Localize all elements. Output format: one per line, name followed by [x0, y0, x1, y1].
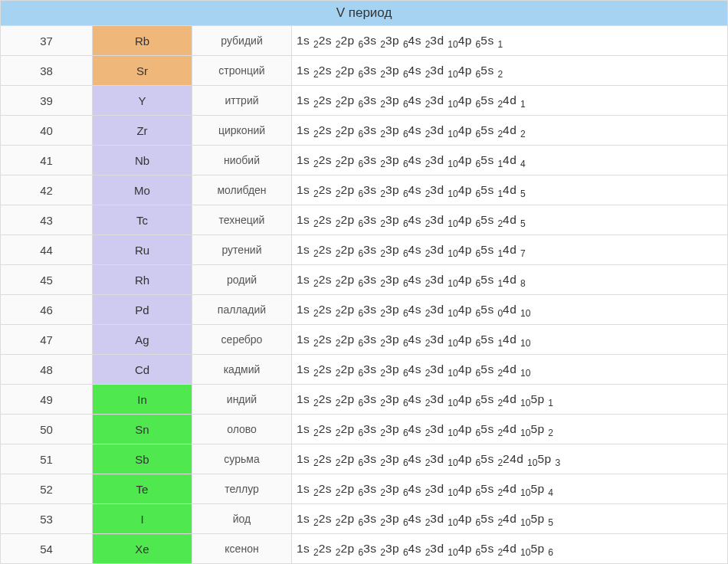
table-row: 41Nbниобий1s 22s 22p 63s 23p 64s 23d 104…: [1, 146, 728, 175]
electron-configuration: 1s 22s 22p 63s 23p 64s 23d 104p 65s 24d …: [292, 205, 728, 235]
element-name: палладий: [192, 295, 292, 325]
atomic-number: 49: [1, 385, 93, 415]
element-symbol: Cd: [93, 355, 192, 385]
element-symbol: I: [93, 504, 192, 534]
atomic-number: 51: [1, 444, 93, 474]
element-name: индий: [192, 385, 292, 415]
element-name: кадмий: [192, 355, 292, 385]
period-table-wrapper: V период 37Rbрубидий1s 22s 22p 63s 23p 6…: [0, 0, 728, 564]
atomic-number: 46: [1, 295, 93, 325]
table-row: 53Iйод1s 22s 22p 63s 23p 64s 23d 104p 65…: [1, 504, 728, 534]
table-header: V период: [1, 1, 728, 26]
electron-configuration: 1s 22s 22p 63s 23p 64s 23d 104p 65s 14d …: [292, 265, 728, 295]
atomic-number: 45: [1, 265, 93, 295]
table-row: 44Ruрутений1s 22s 22p 63s 23p 64s 23d 10…: [1, 235, 728, 265]
atomic-number: 54: [1, 534, 93, 564]
element-name: молибден: [192, 175, 292, 205]
element-symbol: Nb: [93, 146, 192, 175]
element-symbol: Tc: [93, 205, 192, 235]
table-row: 40Zrцирконий1s 22s 22p 63s 23p 64s 23d 1…: [1, 116, 728, 146]
atomic-number: 44: [1, 235, 93, 265]
atomic-number: 37: [1, 26, 93, 56]
atomic-number: 39: [1, 86, 93, 116]
atomic-number: 50: [1, 415, 93, 444]
element-name: олово: [192, 415, 292, 444]
electron-configuration: 1s 22s 22p 63s 23p 64s 23d 104p 65s 24d …: [292, 415, 728, 444]
atomic-number: 53: [1, 504, 93, 534]
table-row: 54Xeксенон1s 22s 22p 63s 23p 64s 23d 104…: [1, 534, 728, 564]
table-row: 42Moмолибден1s 22s 22p 63s 23p 64s 23d 1…: [1, 175, 728, 205]
element-symbol: Sr: [93, 56, 192, 86]
element-name: ниобий: [192, 146, 292, 175]
element-symbol: Zr: [93, 116, 192, 146]
atomic-number: 47: [1, 325, 93, 355]
element-name: стронций: [192, 56, 292, 86]
table-row: 37Rbрубидий1s 22s 22p 63s 23p 64s 23d 10…: [1, 26, 728, 56]
electron-configuration: 1s 22s 22p 63s 23p 64s 23d 104p 65s 1: [292, 26, 728, 56]
electron-configuration: 1s 22s 22p 63s 23p 64s 23d 104p 65s 224d…: [292, 444, 728, 474]
element-name: рубидий: [192, 26, 292, 56]
element-symbol: Mo: [93, 175, 192, 205]
element-name: родий: [192, 265, 292, 295]
electron-configuration: 1s 22s 22p 63s 23p 64s 23d 104p 65s 14d …: [292, 146, 728, 175]
element-name: теллур: [192, 474, 292, 504]
electron-configuration: 1s 22s 22p 63s 23p 64s 23d 104p 65s 2: [292, 56, 728, 86]
table-row: 49Inиндий1s 22s 22p 63s 23p 64s 23d 104p…: [1, 385, 728, 415]
element-symbol: Sb: [93, 444, 192, 474]
element-symbol: Te: [93, 474, 192, 504]
electron-configuration: 1s 22s 22p 63s 23p 64s 23d 104p 65s 24d …: [292, 534, 728, 564]
electron-configuration: 1s 22s 22p 63s 23p 64s 23d 104p 65s 24d …: [292, 355, 728, 385]
table-title: V период: [336, 5, 392, 20]
electron-configuration: 1s 22s 22p 63s 23p 64s 23d 104p 65s 24d …: [292, 385, 728, 415]
atomic-number: 42: [1, 175, 93, 205]
electron-configuration: 1s 22s 22p 63s 23p 64s 23d 104p 65s 14d …: [292, 325, 728, 355]
table-row: 51Sbсурьма1s 22s 22p 63s 23p 64s 23d 104…: [1, 444, 728, 474]
electron-configuration: 1s 22s 22p 63s 23p 64s 23d 104p 65s 24d …: [292, 474, 728, 504]
table-row: 52Teтеллур1s 22s 22p 63s 23p 64s 23d 104…: [1, 474, 728, 504]
table-row: 50Snолово1s 22s 22p 63s 23p 64s 23d 104p…: [1, 415, 728, 444]
element-symbol: Ag: [93, 325, 192, 355]
atomic-number: 43: [1, 205, 93, 235]
element-symbol: Ru: [93, 235, 192, 265]
table-row: 39Yиттрий1s 22s 22p 63s 23p 64s 23d 104p…: [1, 86, 728, 116]
atomic-number: 52: [1, 474, 93, 504]
electron-configuration: 1s 22s 22p 63s 23p 64s 23d 104p 65s 24d …: [292, 116, 728, 146]
table-row: 45Rhродий1s 22s 22p 63s 23p 64s 23d 104p…: [1, 265, 728, 295]
electron-configuration: 1s 22s 22p 63s 23p 64s 23d 104p 65s 14d …: [292, 175, 728, 205]
table-row: 43Tcтехнеций1s 22s 22p 63s 23p 64s 23d 1…: [1, 205, 728, 235]
period-table: V период 37Rbрубидий1s 22s 22p 63s 23p 6…: [0, 0, 728, 564]
atomic-number: 48: [1, 355, 93, 385]
element-name: йод: [192, 504, 292, 534]
table-row: 47Agсеребро1s 22s 22p 63s 23p 64s 23d 10…: [1, 325, 728, 355]
element-name: сурьма: [192, 444, 292, 474]
atomic-number: 38: [1, 56, 93, 86]
element-symbol: Xe: [93, 534, 192, 564]
electron-configuration: 1s 22s 22p 63s 23p 64s 23d 104p 65s 24d …: [292, 504, 728, 534]
element-symbol: Rh: [93, 265, 192, 295]
element-symbol: Rb: [93, 26, 192, 56]
table-body: 37Rbрубидий1s 22s 22p 63s 23p 64s 23d 10…: [1, 26, 728, 564]
element-symbol: Sn: [93, 415, 192, 444]
element-name: рутений: [192, 235, 292, 265]
element-symbol: Y: [93, 86, 192, 116]
element-name: ксенон: [192, 534, 292, 564]
electron-configuration: 1s 22s 22p 63s 23p 64s 23d 104p 65s 24d …: [292, 86, 728, 116]
electron-configuration: 1s 22s 22p 63s 23p 64s 23d 104p 65s 14d …: [292, 235, 728, 265]
atomic-number: 40: [1, 116, 93, 146]
electron-configuration: 1s 22s 22p 63s 23p 64s 23d 104p 65s 04d …: [292, 295, 728, 325]
table-row: 48Cdкадмий1s 22s 22p 63s 23p 64s 23d 104…: [1, 355, 728, 385]
element-symbol: Pd: [93, 295, 192, 325]
element-name: иттрий: [192, 86, 292, 116]
element-symbol: In: [93, 385, 192, 415]
element-name: технеций: [192, 205, 292, 235]
element-name: серебро: [192, 325, 292, 355]
element-name: цирконий: [192, 116, 292, 146]
table-row: 46Pdпалладий1s 22s 22p 63s 23p 64s 23d 1…: [1, 295, 728, 325]
table-row: 38Srстронций1s 22s 22p 63s 23p 64s 23d 1…: [1, 56, 728, 86]
atomic-number: 41: [1, 146, 93, 175]
